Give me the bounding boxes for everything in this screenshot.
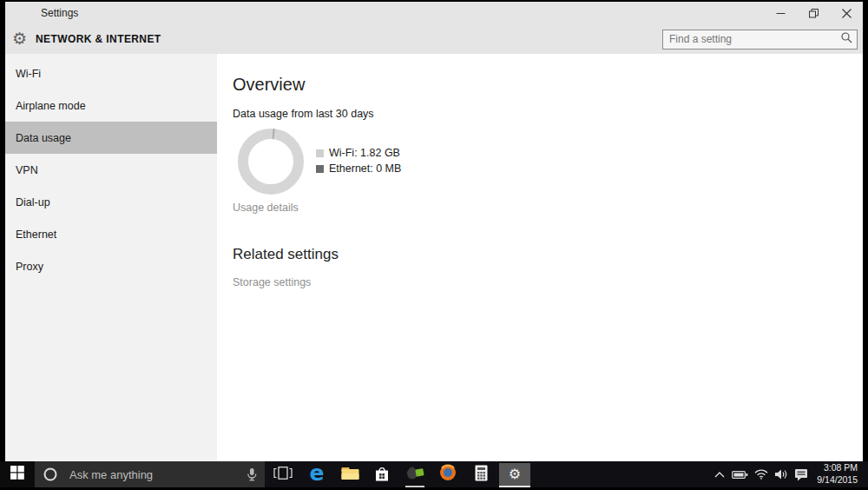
legend-item-wifi: Wi-Fi: 1.82 GB bbox=[316, 147, 401, 159]
settings-taskbar-gear-icon: ⚙ bbox=[509, 467, 521, 481]
task-view-icon bbox=[273, 467, 293, 483]
storage-settings-link[interactable]: Storage settings bbox=[233, 276, 311, 288]
taskbar-app-settings[interactable]: ⚙ bbox=[499, 463, 530, 486]
taskbar: Ask me anything e bbox=[0, 461, 868, 487]
ethernet-legend-label: Ethernet: 0 MB bbox=[329, 162, 401, 175]
microphone-icon[interactable] bbox=[247, 467, 257, 481]
taskbar-clock[interactable]: 3:08 PM 9/14/2015 bbox=[817, 462, 858, 486]
edge-icon: e bbox=[310, 462, 325, 484]
windows-logo-icon bbox=[10, 466, 24, 483]
task-view-button[interactable] bbox=[267, 461, 299, 487]
close-button[interactable] bbox=[830, 2, 863, 24]
sidebar-item-wifi[interactable]: Wi-Fi bbox=[5, 57, 217, 89]
taskbar-app-calculator[interactable] bbox=[465, 461, 496, 487]
search-input[interactable] bbox=[669, 33, 840, 45]
titlebar: Settings bbox=[5, 2, 863, 24]
wifi-legend-label: Wi-Fi: 1.82 GB bbox=[329, 147, 400, 159]
tray-chevron-up-icon[interactable] bbox=[713, 470, 726, 479]
sidebar-item-dial-up[interactable]: Dial-up bbox=[5, 186, 217, 218]
close-icon bbox=[842, 9, 852, 18]
usage-details-link[interactable]: Usage details bbox=[233, 202, 299, 214]
window-title: Settings bbox=[41, 7, 78, 19]
chart-legend: Wi-Fi: 1.82 GB Ethernet: 0 MB bbox=[316, 147, 401, 195]
cortana-icon bbox=[43, 467, 58, 482]
data-usage-chart-row: Wi-Fi: 1.82 GB Ethernet: 0 MB bbox=[233, 128, 863, 195]
action-center-icon[interactable] bbox=[794, 468, 808, 481]
green-app-running-indicator bbox=[405, 486, 424, 487]
taskbar-app-green[interactable] bbox=[399, 461, 431, 487]
sidebar-item-data-usage[interactable]: Data usage bbox=[5, 122, 217, 154]
file-explorer-icon bbox=[341, 466, 359, 484]
minimize-icon bbox=[776, 9, 786, 18]
calculator-icon bbox=[475, 465, 488, 485]
chart-caption: Data usage from last 30 days bbox=[233, 108, 863, 120]
search-icon[interactable] bbox=[840, 31, 852, 47]
taskbar-app-edge[interactable]: e bbox=[301, 461, 332, 487]
ethernet-legend-swatch bbox=[316, 165, 324, 173]
taskbar-app-firefox[interactable] bbox=[432, 461, 464, 487]
green-app-icon bbox=[405, 465, 425, 484]
battery-icon[interactable] bbox=[732, 470, 748, 480]
legend-item-ethernet: Ethernet: 0 MB bbox=[316, 162, 401, 175]
start-button[interactable] bbox=[0, 461, 35, 487]
app-header: ⚙ NETWORK & INTERNET bbox=[5, 24, 863, 54]
system-tray: 3:08 PM 9/14/2015 bbox=[707, 461, 858, 487]
firefox-icon bbox=[439, 464, 457, 485]
sidebar-item-vpn[interactable]: VPN bbox=[5, 154, 217, 186]
minimize-button[interactable] bbox=[764, 2, 797, 24]
overview-heading: Overview bbox=[233, 75, 863, 95]
related-settings-heading: Related settings bbox=[233, 246, 863, 263]
sidebar: Wi-Fi Airplane mode Data usage VPN Dial-… bbox=[5, 54, 217, 461]
volume-icon[interactable] bbox=[774, 468, 788, 480]
clock-date: 9/14/2015 bbox=[817, 474, 858, 487]
sidebar-item-airplane-mode[interactable]: Airplane mode bbox=[5, 89, 217, 122]
taskbar-search-placeholder: Ask me anything bbox=[69, 468, 153, 481]
sidebar-item-ethernet[interactable]: Ethernet bbox=[5, 218, 217, 250]
settings-gear-icon: ⚙ bbox=[12, 30, 27, 47]
cortana-search-box[interactable]: Ask me anything bbox=[35, 461, 265, 487]
find-setting-searchbox[interactable] bbox=[662, 30, 858, 50]
page-title: NETWORK & INTERNET bbox=[36, 33, 161, 45]
wifi-legend-swatch bbox=[316, 149, 324, 157]
data-usage-donut-chart bbox=[237, 128, 305, 195]
settings-running-indicator bbox=[499, 486, 530, 487]
main-content: Overview Data usage from last 30 days Wi… bbox=[217, 54, 863, 461]
clock-time: 3:08 PM bbox=[817, 462, 858, 474]
window-body: Wi-Fi Airplane mode Data usage VPN Dial-… bbox=[5, 54, 863, 461]
window-controls bbox=[764, 2, 863, 24]
wifi-icon[interactable] bbox=[754, 469, 768, 480]
taskbar-app-file-explorer[interactable] bbox=[334, 461, 365, 487]
store-icon bbox=[374, 465, 390, 485]
settings-window: Settings bbox=[5, 2, 863, 461]
restore-icon bbox=[809, 9, 819, 18]
taskbar-app-store[interactable] bbox=[366, 461, 398, 487]
sidebar-item-proxy[interactable]: Proxy bbox=[5, 250, 217, 282]
restore-button[interactable] bbox=[797, 2, 830, 24]
